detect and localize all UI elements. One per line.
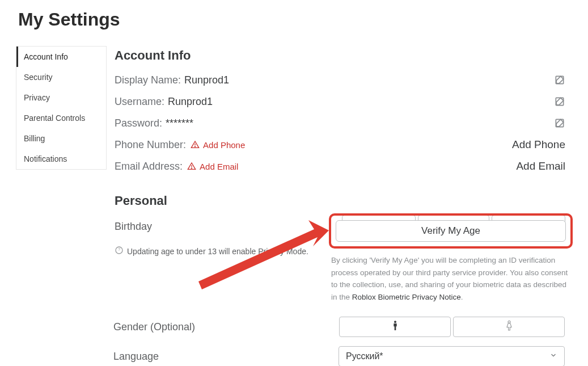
male-icon <box>391 320 400 334</box>
language-row: Language Русский* <box>113 346 565 366</box>
edit-username-icon[interactable] <box>554 96 565 107</box>
gender-male-button[interactable] <box>339 317 451 337</box>
verify-disclaimer: By clicking 'Verify My Age' you will be … <box>329 254 573 303</box>
disclaimer-post: . <box>461 293 463 301</box>
sidebar-item-notifications[interactable]: Notifications <box>16 149 106 169</box>
gender-label: Gender (Optional) <box>113 321 195 333</box>
highlight-box: Verify My Age <box>329 213 573 249</box>
gender-female-button[interactable] <box>453 317 565 337</box>
info-icon: ? <box>115 246 124 257</box>
personal-heading: Personal <box>115 193 565 208</box>
password-value: ******* <box>166 117 193 129</box>
account-info-heading: Account Info <box>115 48 565 63</box>
email-row: Email Address: Add Email Add Email <box>115 158 565 174</box>
verify-my-age-button[interactable]: Verify My Age <box>336 220 566 242</box>
add-email-link-inline[interactable]: Add Email <box>200 162 238 171</box>
language-select[interactable]: Русский* <box>339 346 565 366</box>
svg-text:?: ? <box>118 247 120 252</box>
sidebar-item-privacy[interactable]: Privacy <box>16 87 106 108</box>
phone-row: Phone Number: Add Phone Add Phone <box>115 137 565 153</box>
username-row: Username: Runprod1 <box>115 94 565 110</box>
svg-point-6 <box>192 168 192 169</box>
add-phone-link-right[interactable]: Add Phone <box>512 138 565 151</box>
svg-point-9 <box>394 321 396 323</box>
warning-icon <box>191 140 200 149</box>
password-row: Password: ******* <box>115 115 565 131</box>
age-info-text: Updating age to under 13 will enable Pri… <box>127 247 308 256</box>
display-name-value: Runprod1 <box>184 74 229 86</box>
verify-age-section: Verify My Age By clicking 'Verify My Age… <box>329 213 573 303</box>
female-icon <box>505 320 514 334</box>
biometric-privacy-notice-link[interactable]: Roblox Biometric Privacy Notice <box>352 293 461 301</box>
display-name-row: Display Name: Runprod1 <box>115 72 565 88</box>
page-title: My Settings <box>18 9 588 30</box>
warning-icon <box>187 162 196 171</box>
language-label: Language <box>113 351 159 363</box>
username-value: Runprod1 <box>168 96 213 108</box>
svg-point-10 <box>508 321 510 323</box>
sidebar-item-parental-controls[interactable]: Parental Controls <box>16 108 106 128</box>
svg-point-4 <box>195 146 196 147</box>
language-value: Русский* <box>346 351 383 361</box>
display-name-label: Display Name: <box>115 74 181 86</box>
password-label: Password: <box>115 117 162 129</box>
add-email-link-right[interactable]: Add Email <box>516 160 565 173</box>
sidebar-item-account-info[interactable]: Account Info <box>16 47 106 67</box>
sidebar-item-billing[interactable]: Billing <box>16 128 106 149</box>
edit-display-name-icon[interactable] <box>554 74 565 86</box>
edit-password-icon[interactable] <box>554 117 565 129</box>
birthday-label: Birthday <box>115 221 152 233</box>
username-label: Username: <box>115 96 164 108</box>
gender-row: Gender (Optional) <box>113 317 565 337</box>
chevron-down-icon <box>549 351 557 361</box>
sidebar-item-security[interactable]: Security <box>16 67 106 87</box>
email-label: Email Address: <box>115 161 183 173</box>
phone-label: Phone Number: <box>115 139 186 151</box>
settings-sidebar: Account Info Security Privacy Parental C… <box>16 46 107 170</box>
add-phone-link-inline[interactable]: Add Phone <box>203 140 245 150</box>
